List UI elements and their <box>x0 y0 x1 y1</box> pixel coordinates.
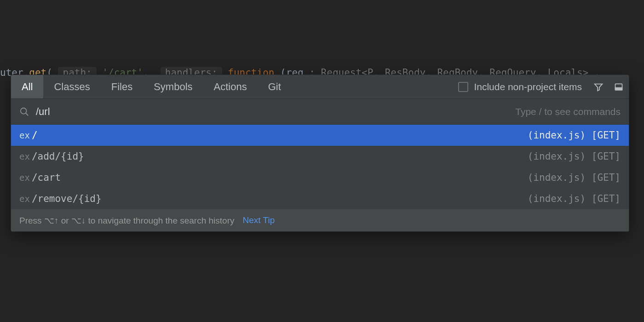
result-type-icon: ex <box>19 130 30 140</box>
result-item[interactable]: ex /remove/{id} (index.js) [GET] <box>11 188 629 209</box>
svg-line-3 <box>26 113 29 115</box>
tab-files[interactable]: Files <box>101 75 143 98</box>
tab-classes[interactable]: Classes <box>43 75 100 98</box>
result-item[interactable]: ex /add/{id} (index.js) [GET] <box>11 146 629 167</box>
result-path: /add/{id} <box>32 151 84 162</box>
tab-actions[interactable]: Actions <box>203 75 258 98</box>
result-meta: (index.js) [GET] <box>528 130 621 141</box>
tab-all[interactable]: All <box>11 75 43 98</box>
result-path: /remove/{id} <box>32 193 102 204</box>
search-icon <box>19 107 29 117</box>
tip-bar: Press ⌥↑ or ⌥↓ to navigate through the s… <box>11 209 629 231</box>
result-item[interactable]: ex / (index.js) [GET] <box>11 125 629 146</box>
tip-text: Press ⌥↑ or ⌥↓ to navigate through the s… <box>19 215 235 226</box>
result-meta: (index.js) [GET] <box>528 151 621 162</box>
result-type-icon: ex <box>19 194 30 204</box>
result-path: /cart <box>32 172 61 183</box>
search-row: Type / to see commands <box>11 99 629 125</box>
include-nonproject-checkbox[interactable]: Include non-project items <box>458 81 588 92</box>
next-tip-link[interactable]: Next Tip <box>243 215 275 225</box>
search-tabs: All Classes Files Symbols Actions Git In… <box>11 75 629 99</box>
search-everywhere-popup: All Classes Files Symbols Actions Git In… <box>11 75 629 232</box>
include-nonproject-label: Include non-project items <box>474 81 582 92</box>
search-hint: Type / to see commands <box>515 106 621 117</box>
open-in-tool-window-button[interactable] <box>611 80 626 94</box>
svg-point-2 <box>21 108 27 114</box>
tab-git[interactable]: Git <box>258 75 292 98</box>
filter-icon <box>593 82 604 92</box>
result-meta: (index.js) [GET] <box>528 193 621 204</box>
result-path: / <box>32 130 38 141</box>
svg-rect-1 <box>615 87 622 90</box>
tab-symbols[interactable]: Symbols <box>143 75 203 98</box>
result-item[interactable]: ex /cart (index.js) [GET] <box>11 167 629 188</box>
search-input[interactable] <box>36 106 515 118</box>
filter-button[interactable] <box>591 80 606 94</box>
window-icon <box>614 82 623 92</box>
results-list: ex / (index.js) [GET] ex /add/{id} (inde… <box>11 125 629 209</box>
result-type-icon: ex <box>19 172 30 183</box>
result-type-icon: ex <box>19 151 30 161</box>
result-meta: (index.js) [GET] <box>528 172 621 183</box>
checkbox-icon <box>458 82 468 92</box>
